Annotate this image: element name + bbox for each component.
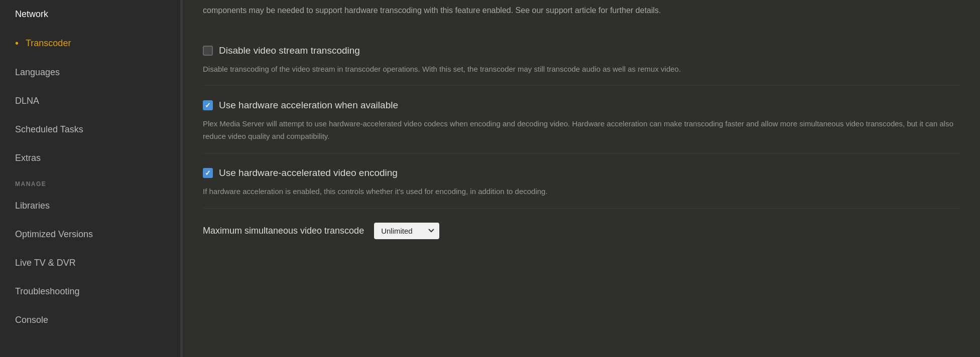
sidebar-item-optimized-versions[interactable]: Optimized Versions <box>0 220 180 249</box>
sidebar-item-label: Optimized Versions <box>15 229 93 240</box>
manage-section-label: MANAGE <box>0 172 180 192</box>
sidebar-item-label: Console <box>15 315 48 325</box>
sidebar-item-label: Live TV & DVR <box>15 258 76 268</box>
main-content: components may be needed to support hard… <box>183 0 980 357</box>
desc-hardware-acceleration: Plex Media Server will attempt to use ha… <box>203 118 960 143</box>
setting-hardware-encoding: Use hardware-accelerated video encoding … <box>203 153 960 209</box>
sidebar-item-dlna[interactable]: DLNA <box>0 87 180 115</box>
sidebar-item-scheduled-tasks[interactable]: Scheduled Tasks <box>0 115 180 144</box>
desc-hardware-encoding: If hardware acceleration is enabled, thi… <box>203 186 960 198</box>
label-disable-video-stream[interactable]: Disable video stream transcoding <box>219 45 360 56</box>
checkbox-row-hardware-encoding: Use hardware-accelerated video encoding <box>203 167 960 178</box>
label-hardware-acceleration[interactable]: Use hardware acceleration when available <box>219 100 398 111</box>
max-transcode-row: Maximum simultaneous video transcode Unl… <box>203 209 960 239</box>
sidebar-item-label: Troubleshooting <box>15 286 79 297</box>
checkbox-hardware-encoding[interactable] <box>203 168 213 178</box>
sidebar-item-label: Languages <box>15 67 60 78</box>
max-transcode-select[interactable]: Unlimited12345681012 <box>374 223 439 239</box>
sidebar-item-live-tv-dvr[interactable]: Live TV & DVR <box>0 249 180 277</box>
sidebar-item-network[interactable]: Network <box>0 0 180 29</box>
checkbox-hardware-acceleration[interactable] <box>203 100 213 110</box>
sidebar-item-libraries[interactable]: Libraries <box>0 192 180 220</box>
sidebar-item-label: Transcoder <box>26 38 71 49</box>
intro-paragraph: components may be needed to support hard… <box>203 0 960 31</box>
sidebar-item-label: Libraries <box>15 201 50 211</box>
sidebar-item-transcoder[interactable]: Transcoder <box>0 29 180 58</box>
sidebar-item-label: Scheduled Tasks <box>15 124 83 135</box>
checkbox-row-disable-video: Disable video stream transcoding <box>203 45 960 56</box>
max-transcode-label: Maximum simultaneous video transcode <box>203 226 364 236</box>
setting-disable-video-stream: Disable video stream transcoding Disable… <box>203 31 960 86</box>
sidebar-item-label: DLNA <box>15 96 39 106</box>
sidebar-item-label: Network <box>15 9 48 20</box>
checkbox-row-hardware-accel: Use hardware acceleration when available <box>203 100 960 111</box>
sidebar-item-label: Extras <box>15 153 41 163</box>
setting-hardware-acceleration: Use hardware acceleration when available… <box>203 86 960 153</box>
checkbox-disable-video-stream[interactable] <box>203 46 213 56</box>
sidebar-item-console[interactable]: Console <box>0 306 180 334</box>
sidebar: Network Transcoder Languages DLNA Schedu… <box>0 0 181 357</box>
desc-disable-video-stream: Disable transcoding of the video stream … <box>203 63 960 76</box>
sidebar-item-troubleshooting[interactable]: Troubleshooting <box>0 277 180 306</box>
label-hardware-encoding[interactable]: Use hardware-accelerated video encoding <box>219 167 398 178</box>
sidebar-item-languages[interactable]: Languages <box>0 58 180 87</box>
sidebar-item-extras[interactable]: Extras <box>0 144 180 172</box>
